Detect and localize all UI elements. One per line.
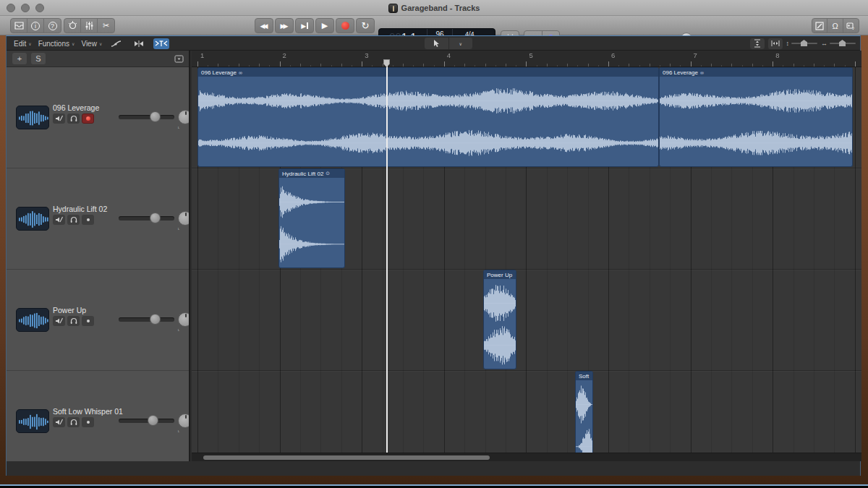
add-track-button[interactable]: + <box>12 53 27 64</box>
edit-menu[interactable]: Edit ∨ <box>14 40 32 48</box>
vertical-auto-zoom-button[interactable] <box>750 38 765 49</box>
solo-button[interactable] <box>67 114 80 124</box>
catch-playhead-icon <box>155 39 168 48</box>
media-browser-button[interactable]: ♪ <box>843 19 859 33</box>
record-enable-button[interactable] <box>82 215 94 225</box>
rewind-button[interactable]: ◀◀ <box>255 18 273 33</box>
forward-button[interactable]: ▶▶ <box>275 18 294 33</box>
pan-knob[interactable]: L R <box>178 211 189 226</box>
mute-button[interactable] <box>53 316 65 326</box>
region-header[interactable]: Hydraulic Lift 02 ⊙ <box>279 169 344 178</box>
solo-button[interactable] <box>67 417 80 427</box>
smart-controls-button[interactable] <box>81 19 98 33</box>
master-solo-button[interactable]: S <box>31 53 46 64</box>
track-header-row[interactable]: Hydraulic Lift 02 L R <box>7 168 189 270</box>
inspector-button[interactable]: i <box>27 19 44 33</box>
track-header-row[interactable]: 096 Leverage L R <box>7 67 189 168</box>
pan-knob[interactable]: L R <box>178 110 189 124</box>
mute-button[interactable] <box>53 215 65 225</box>
flex-button[interactable] <box>131 38 147 49</box>
record-icon <box>341 22 349 30</box>
track-header-row[interactable]: Soft Low Whisper 01 L R <box>7 371 189 461</box>
record-enable-button[interactable] <box>82 417 94 427</box>
functions-menu-label: Functions <box>38 40 69 48</box>
region-header[interactable]: 096 Leverage ∞ <box>198 68 658 77</box>
audio-region[interactable]: 096 Leverage ∞ <box>197 67 659 167</box>
bar-number: 3 <box>365 51 368 59</box>
track-volume-slider[interactable] <box>119 216 174 221</box>
play-button[interactable]: ▶ <box>315 18 334 33</box>
tuning-icon <box>68 21 77 30</box>
editors-scissors-icon: ✂ <box>103 21 109 30</box>
vertical-zoom-thumb[interactable] <box>801 40 807 46</box>
cycle-button[interactable]: ↻ <box>356 18 375 33</box>
audio-region[interactable]: 096 Leverage ∞ <box>659 67 853 167</box>
pan-knob[interactable]: L R <box>178 414 189 428</box>
horizontal-scrollbar[interactable] <box>192 453 861 461</box>
bar-ruler[interactable]: 12345678 <box>192 51 861 67</box>
bar-number: 6 <box>611 51 615 59</box>
chevron-down-icon: ∨ <box>28 41 31 46</box>
tuner-view-button[interactable] <box>64 19 81 33</box>
quick-help-button[interactable]: ? <box>44 19 61 33</box>
track-volume-slider[interactable] <box>119 115 174 119</box>
track-volume-knob[interactable] <box>150 111 161 122</box>
bar-number: 8 <box>775 51 779 59</box>
track-volume-knob[interactable] <box>148 415 158 426</box>
quick-help-icon: ? <box>48 22 57 30</box>
record-button[interactable] <box>336 18 354 33</box>
region-header[interactable]: Power Up <box>484 270 516 279</box>
audio-region[interactable]: Power Up <box>483 270 516 369</box>
track-header-topbar: + S <box>7 51 189 67</box>
timeline-area: 12345678 096 Leverage ∞ 096 Leverage ∞ H… <box>192 51 861 461</box>
horizontal-zoom-thumb[interactable] <box>839 40 846 46</box>
playhead[interactable] <box>386 60 388 461</box>
chevron-down-icon: ∨ <box>99 41 102 46</box>
mute-button[interactable] <box>53 114 65 124</box>
bar-number: 2 <box>283 51 286 59</box>
go-to-end-button[interactable]: ▶ <box>295 18 314 33</box>
solo-button[interactable] <box>67 316 80 326</box>
horizontal-scrollbar-thumb[interactable] <box>203 455 490 460</box>
zoom-controls: ↕ ↔ <box>750 38 856 49</box>
track-name: Soft Low Whisper 01 <box>53 407 123 416</box>
note-pad-button[interactable] <box>812 19 827 33</box>
pan-knob[interactable]: L R <box>178 312 189 327</box>
view-menu[interactable]: View ∨ <box>81 40 102 48</box>
horizontal-auto-zoom-button[interactable] <box>768 38 783 49</box>
region-header[interactable]: 096 Leverage ∞ <box>660 68 852 77</box>
vertical-zoom-slider[interactable]: ↕ <box>786 40 818 47</box>
arrange-area[interactable]: 096 Leverage ∞ 096 Leverage ∞ Hydraulic … <box>192 67 861 453</box>
record-enable-button[interactable] <box>82 316 94 326</box>
audio-region[interactable]: Soft <box>575 371 593 453</box>
tool-selector-chevron[interactable]: ∨ <box>448 38 473 49</box>
view-toggle-group: i ? <box>10 18 61 33</box>
track-header-row[interactable]: Power Up L R <box>7 270 189 371</box>
region-waveform <box>660 77 852 166</box>
mute-speaker-icon <box>55 115 63 122</box>
editors-button[interactable]: ✂ <box>98 19 114 33</box>
automation-button[interactable] <box>109 38 124 49</box>
horizontal-zoom-slider[interactable]: ↔ <box>821 40 856 47</box>
mute-button[interactable] <box>53 417 65 427</box>
library-button[interactable] <box>11 19 27 33</box>
solo-button[interactable] <box>67 215 80 225</box>
main-toolbar: i ? ✂ ◀◀ ▶▶ ▶ ▶ ↻ 00 1.1 <box>0 16 868 35</box>
headphones-icon <box>70 317 77 325</box>
track-display-options-button[interactable] <box>171 53 186 64</box>
track-volume-slider[interactable] <box>119 419 174 423</box>
pointer-tool-selector[interactable]: ∨ <box>425 38 472 49</box>
region-loop-icon: ⊙ <box>326 171 330 176</box>
catch-playhead-button[interactable] <box>153 38 169 49</box>
bar-number: 7 <box>694 51 697 59</box>
region-header[interactable]: Soft <box>576 372 592 380</box>
audio-region[interactable]: Hydraulic Lift 02 ⊙ <box>278 168 345 268</box>
track-volume-slider[interactable] <box>119 317 174 322</box>
track-volume-knob[interactable] <box>150 314 161 325</box>
track-waveform-icon <box>16 308 49 332</box>
functions-menu[interactable]: Functions ∨ <box>38 40 75 48</box>
track-volume-knob[interactable] <box>150 213 161 223</box>
loop-browser-button[interactable]: Ω <box>827 19 843 33</box>
record-enable-button[interactable] <box>82 114 94 124</box>
track-header-panel: + S 096 Leverage L R <box>7 51 190 461</box>
